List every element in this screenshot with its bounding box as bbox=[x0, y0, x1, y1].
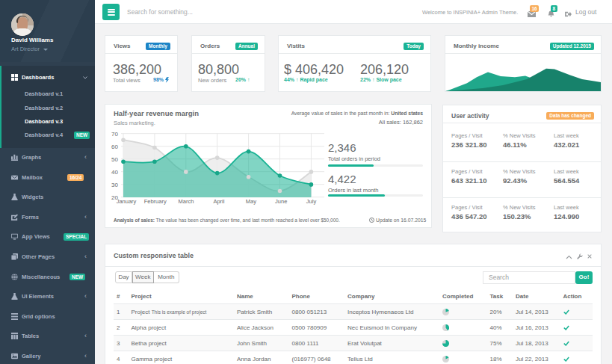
svg-text:January: January bbox=[117, 198, 137, 205]
svg-text:30: 30 bbox=[111, 182, 118, 188]
svg-text:July: July bbox=[306, 198, 317, 205]
svg-text:March: March bbox=[178, 198, 194, 205]
svg-text:50: 50 bbox=[111, 156, 118, 163]
svg-text:June: June bbox=[275, 198, 287, 205]
svg-text:May: May bbox=[246, 198, 256, 205]
svg-text:70: 70 bbox=[111, 131, 118, 138]
svg-text:February: February bbox=[144, 198, 167, 205]
svg-text:April: April bbox=[213, 198, 224, 205]
svg-text:60: 60 bbox=[111, 144, 118, 150]
svg-text:40: 40 bbox=[111, 169, 118, 176]
